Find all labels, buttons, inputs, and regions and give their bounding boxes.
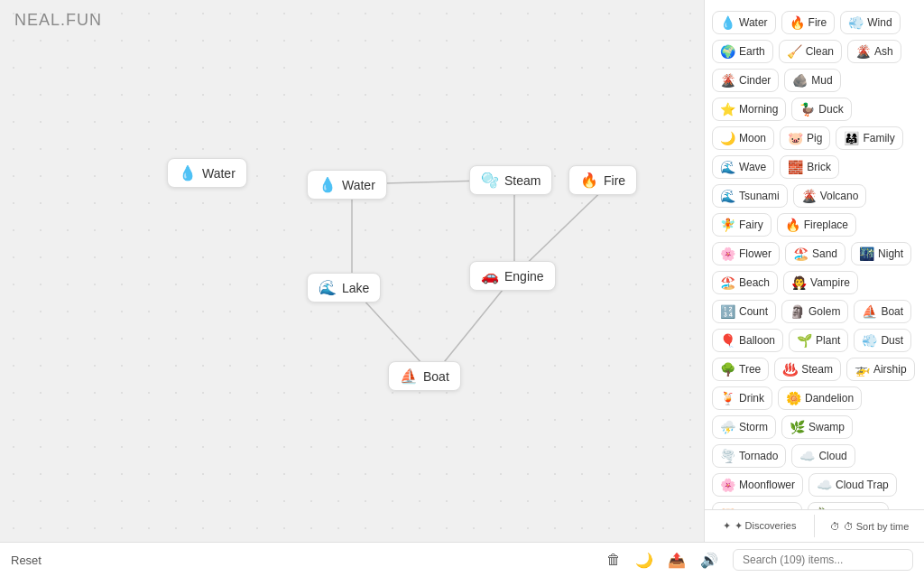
sidebar-item[interactable]: 🧚Fairy [712, 213, 772, 237]
craft-element-fire[interactable]: 🔥Fire [568, 165, 637, 195]
sidebar-item[interactable]: 🐷Pig [780, 126, 830, 150]
sidebar-item[interactable]: ⭐Morning [712, 98, 786, 121]
sidebar[interactable]: 💧Water🔥Fire💨Wind🌍Earth🧹Clean🌋Ash🌋Cinder🪨… [704, 0, 924, 542]
sort-button[interactable]: ⏱ ⏱ Sort by time [815, 516, 924, 537]
sidebar-item[interactable]: ⛈️Storm [712, 415, 776, 439]
sidebar-item[interactable]: 🎈Balloon [712, 329, 783, 352]
item-icon: 🚁 [855, 362, 870, 377]
sidebar-item[interactable]: 💧Water [712, 11, 776, 34]
item-icon: 🌋 [720, 73, 735, 88]
item-label: Brick [807, 161, 831, 173]
share-icon[interactable]: 📤 [668, 552, 686, 569]
item-icon: 💨 [848, 15, 864, 30]
sidebar-item[interactable]: 🏖️Sand [785, 242, 845, 265]
item-icon: ⭐ [720, 102, 735, 116]
search-input[interactable] [733, 549, 913, 571]
element-icon: 🌊 [319, 279, 337, 296]
sidebar-item[interactable]: 🌋Ash [847, 40, 901, 63]
item-label: Fairy [739, 219, 763, 231]
sidebar-item[interactable]: ☁️Cloud Trap [808, 473, 897, 497]
sidebar-item[interactable]: 🪨Mud [784, 69, 840, 92]
sidebar-item[interactable]: 🚁Airship [846, 358, 915, 381]
craft-element-steam[interactable]: 🫧Steam [469, 165, 552, 195]
sidebar-item[interactable]: 💨Wind [840, 11, 900, 34]
sidebar-item[interactable]: 🗿Golem [781, 300, 848, 323]
sidebar-item[interactable]: 🍹Drink [712, 386, 772, 410]
element-label: Engine [504, 269, 544, 284]
item-label: Duck [818, 103, 843, 116]
canvas-area[interactable]: 💧Water💧Water🌊Lake🫧Steam🔥Fire🚗Engine⛵Boat [0, 0, 704, 542]
item-icon: 🎈 [720, 333, 735, 348]
sidebar-item[interactable]: 🌪️Tornado [712, 444, 786, 468]
item-label: Airship [873, 363, 907, 376]
item-icon: 🌊 [720, 189, 735, 203]
discoveries-button[interactable]: ✦ ✦ Discoveries [705, 515, 815, 537]
item-icon: 🌳 [720, 362, 735, 377]
sidebar-item[interactable]: 🔥Fireplace [777, 213, 856, 237]
sidebar-item[interactable]: 💨Dust [854, 329, 911, 352]
sidebar-item[interactable]: 🌳Tree [712, 358, 769, 381]
reset-button[interactable]: Reset [11, 554, 42, 567]
trash-icon[interactable]: 🗑 [606, 552, 621, 569]
sidebar-item[interactable]: 🔥Fire [781, 11, 836, 34]
sidebar-item[interactable]: 🦆Duck [791, 98, 851, 121]
craft-element-engine[interactable]: 🚗Engine [469, 261, 556, 291]
item-label: Tornado [739, 450, 778, 462]
sidebar-item[interactable]: ♨️Steam [774, 358, 841, 381]
item-label: Morning [739, 103, 778, 116]
item-icon: 🗿 [790, 304, 805, 319]
item-icon: 🌸 [720, 478, 735, 492]
sidebar-item[interactable]: 🧹Clean [779, 40, 842, 63]
sidebar-item[interactable]: 🌸Moonflower [712, 473, 803, 497]
item-icon: 🌿 [790, 420, 805, 434]
sidebar-item[interactable]: 🔢Count [712, 300, 776, 323]
header: NEAL.FUN [14, 11, 102, 30]
moon-icon[interactable]: 🌙 [635, 552, 653, 569]
sidebar-item[interactable]: 🌱Plant [789, 329, 848, 352]
bottom-bar: Reset 🗑 🌙 📤 🔊 [0, 542, 924, 577]
craft-element-boat[interactable]: ⛵Boat [388, 361, 461, 391]
sidebar-item[interactable]: 🌍Earth [712, 40, 773, 63]
sidebar-item[interactable]: 🏖️Beach [712, 271, 778, 294]
sidebar-item[interactable]: ⛵Boat [854, 300, 911, 323]
item-icon: 🌋 [855, 44, 871, 59]
item-icon: 🧛 [791, 275, 807, 290]
craft-element-lake[interactable]: 🌊Lake [307, 273, 381, 302]
sidebar-item[interactable]: 🧛Vampire [783, 271, 858, 294]
sidebar-item[interactable]: 🧱Brick [780, 155, 839, 179]
element-icon: 💧 [179, 164, 197, 181]
item-label: Night [878, 247, 903, 260]
element-icon: 🚗 [481, 267, 499, 284]
sidebar-item[interactable]: 🌼Dandelion [778, 386, 862, 410]
logo-text: NEAL.FUN [14, 11, 102, 29]
item-label: Wave [739, 161, 766, 173]
item-label: Cloud Trap [836, 479, 889, 491]
item-label: Steam [801, 363, 833, 376]
item-icon: 🌍 [720, 44, 735, 59]
sort-label: ⏱ Sort by time [844, 521, 910, 532]
craft-element-water2[interactable]: 💧Water [307, 170, 387, 200]
sidebar-item[interactable]: 🌊Tsunami [712, 184, 788, 208]
sidebar-item[interactable]: 🌋Cinder [712, 69, 779, 92]
element-label: Water [202, 166, 236, 181]
sidebar-item[interactable]: ☁️Cloud [791, 444, 855, 468]
craft-element-water1[interactable]: 💧Water [167, 158, 247, 188]
sort-icon: ⏱ [830, 521, 840, 532]
sidebar-item[interactable]: 🌸Flower [712, 242, 780, 265]
item-label: Cloud [818, 450, 846, 462]
item-icon: 🌋 [801, 189, 817, 203]
item-icon: 🌸 [720, 247, 735, 261]
item-icon: 🏖️ [793, 247, 808, 261]
sidebar-item[interactable]: 👨‍👩‍👧Family [836, 126, 902, 150]
item-icon: ⛈️ [720, 420, 735, 434]
sidebar-item[interactable]: 🌿Swamp [781, 415, 853, 439]
sidebar-item[interactable]: 🌊Wave [712, 155, 774, 179]
item-label: Vampire [810, 276, 850, 289]
sound-icon[interactable]: 🔊 [700, 552, 718, 569]
item-label: Sand [812, 247, 837, 260]
item-label: Storm [739, 421, 768, 433]
item-icon: 🧱 [788, 160, 803, 174]
sidebar-item[interactable]: 🌋Volcano [793, 184, 867, 208]
sidebar-item[interactable]: 🌃Night [851, 242, 911, 265]
sidebar-item[interactable]: 🌙Moon [712, 126, 774, 150]
